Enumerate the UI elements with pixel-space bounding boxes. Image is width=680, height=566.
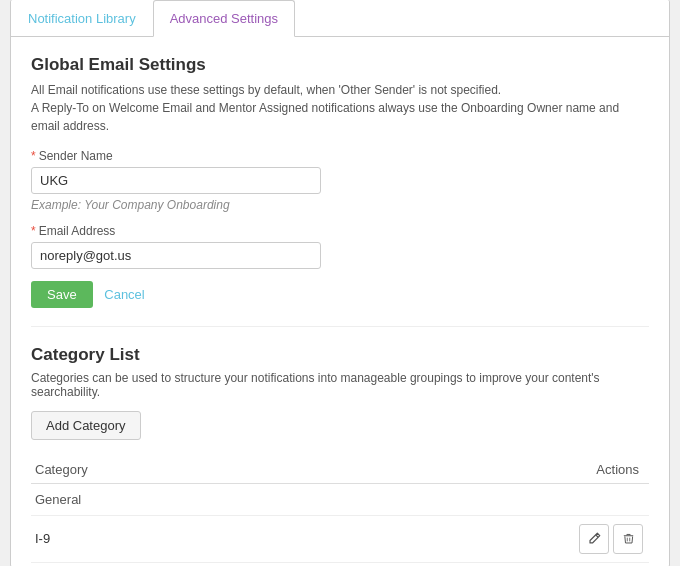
category-actions-cell (349, 515, 649, 562)
tab-advanced-settings[interactable]: Advanced Settings (153, 0, 295, 37)
global-email-description: All Email notifications use these settin… (31, 81, 649, 135)
main-content: Global Email Settings All Email notifica… (11, 37, 669, 567)
global-email-title: Global Email Settings (31, 55, 649, 75)
svg-rect-0 (623, 535, 633, 536)
category-list-title: Category List (31, 345, 649, 365)
table-row: General (31, 483, 649, 515)
category-list-section: Category List Categories can be used to … (31, 345, 649, 567)
sender-name-group: *Sender Name Example: Your Company Onboa… (31, 149, 649, 212)
sender-name-input[interactable] (31, 167, 321, 194)
category-col-header: Category (31, 456, 349, 484)
table-row: OnLaunched (31, 562, 649, 566)
sender-name-example: Example: Your Company Onboarding (31, 198, 649, 212)
global-email-desc-line2: A Reply-To on Welcome Email and Mentor A… (31, 101, 619, 133)
section-divider (31, 326, 649, 327)
category-table: Category Actions GeneralI-9OnLaunched (31, 456, 649, 567)
category-list-description: Categories can be used to structure your… (31, 371, 649, 399)
tab-notification-library[interactable]: Notification Library (11, 0, 153, 37)
save-button[interactable]: Save (31, 281, 93, 308)
tab-bar: Notification Library Advanced Settings (11, 0, 669, 37)
email-required: * (31, 224, 36, 238)
global-email-settings-section: Global Email Settings All Email notifica… (31, 55, 649, 308)
delete-category-button[interactable] (613, 524, 643, 554)
sender-name-required: * (31, 149, 36, 163)
category-name-cell: I-9 (31, 515, 349, 562)
email-address-input[interactable] (31, 242, 321, 269)
edit-category-button[interactable] (579, 524, 609, 554)
sender-name-label: *Sender Name (31, 149, 649, 163)
email-address-label: *Email Address (31, 224, 649, 238)
category-actions-cell (349, 483, 649, 515)
cancel-button[interactable]: Cancel (104, 287, 144, 302)
category-name-cell: General (31, 483, 349, 515)
form-actions: Save Cancel (31, 281, 649, 308)
actions-col-header: Actions (349, 456, 649, 484)
add-category-button[interactable]: Add Category (31, 411, 141, 440)
table-row: I-9 (31, 515, 649, 562)
global-email-desc-line1: All Email notifications use these settin… (31, 83, 501, 97)
category-name-cell: OnLaunched (31, 562, 349, 566)
email-address-group: *Email Address (31, 224, 649, 269)
category-actions-cell (349, 562, 649, 566)
